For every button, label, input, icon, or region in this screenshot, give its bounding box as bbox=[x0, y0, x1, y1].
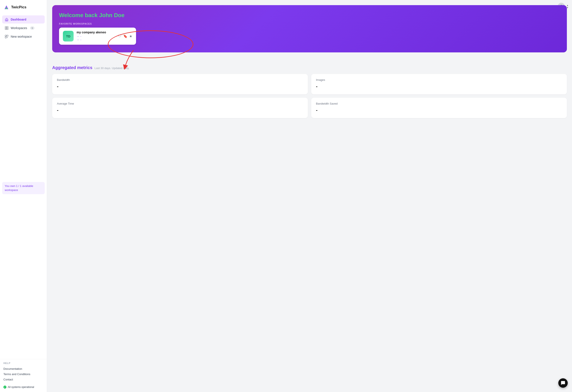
workspace-row-2: → - bbox=[77, 38, 115, 41]
systems-status: All systems operational bbox=[3, 386, 43, 389]
main-content: ▲ ▼ Welcome back John Doe FAVORITE WORKS… bbox=[47, 0, 572, 392]
workspace-notice: You own 1 / 1 available workspace bbox=[2, 182, 45, 194]
sidebar-link-contact[interactable]: Contact bbox=[3, 377, 43, 382]
metric-label-bandwidth-saved: Bandwidth Saved bbox=[316, 102, 562, 105]
sidebar-item-new-workspace[interactable]: New workspace bbox=[2, 32, 45, 41]
svg-rect-8 bbox=[7, 35, 8, 36]
metric-label-bandwidth: Bandwidth bbox=[57, 78, 303, 81]
welcome-prefix: Welcome back bbox=[59, 12, 99, 18]
metric-card-images: Images - bbox=[311, 74, 567, 94]
metric-card-bandwidth: Bandwidth - bbox=[52, 74, 308, 94]
arrow-icon-2: → bbox=[77, 38, 79, 41]
sidebar-item-workspaces-label: Workspaces bbox=[11, 26, 27, 30]
metrics-grid: Bandwidth - Images - Average Time - Band… bbox=[52, 74, 567, 118]
twicpics-logo-icon bbox=[3, 4, 9, 10]
workspace-row-1: → - bbox=[77, 35, 115, 38]
arrow-icon-1: → bbox=[77, 35, 79, 38]
metric-label-average-time: Average Time bbox=[57, 102, 303, 105]
shield-icon[interactable]: 🛡 bbox=[118, 34, 122, 38]
svg-rect-7 bbox=[5, 35, 6, 36]
sidebar: TwicPics Dashboard Workspaces 1 bbox=[0, 0, 47, 392]
chat-support-button[interactable] bbox=[558, 378, 568, 388]
svg-rect-9 bbox=[5, 37, 6, 38]
home-icon bbox=[5, 17, 9, 21]
sidebar-link-documentation[interactable]: Documentation bbox=[3, 366, 43, 372]
metrics-header: Aggregated metrics Last 30 days. Updated… bbox=[52, 65, 567, 70]
metric-value-images: - bbox=[316, 84, 562, 89]
logo-area: TwicPics bbox=[0, 0, 47, 14]
sidebar-bottom: HELP Documentation Terms and Conditions … bbox=[0, 359, 47, 392]
workspace-name: my company akeneo bbox=[77, 31, 115, 34]
star-icon[interactable]: ★ bbox=[129, 34, 132, 38]
svg-rect-4 bbox=[7, 27, 8, 28]
metrics-section: Aggregated metrics Last 30 days. Updated… bbox=[52, 65, 567, 118]
sidebar-item-dashboard-label: Dashboard bbox=[11, 18, 26, 21]
sidebar-link-terms[interactable]: Terms and Conditions bbox=[3, 372, 43, 377]
app-name: TwicPics bbox=[11, 5, 27, 9]
svg-rect-6 bbox=[7, 28, 8, 30]
workspace-info: my company akeneo → - → - bbox=[77, 31, 115, 42]
bookmark-icon[interactable]: 🔖 bbox=[123, 34, 127, 38]
svg-rect-3 bbox=[5, 27, 6, 28]
sidebar-item-workspaces[interactable]: Workspaces 1 bbox=[2, 24, 45, 32]
status-dot-icon bbox=[3, 386, 6, 389]
metrics-title: Aggregated metrics bbox=[52, 65, 92, 70]
metric-card-average-time: Average Time - bbox=[52, 98, 308, 118]
metrics-subtitle: Last 30 days. Updated daily. bbox=[95, 66, 129, 70]
chat-icon bbox=[561, 381, 565, 385]
svg-rect-2 bbox=[6, 20, 7, 21]
svg-rect-5 bbox=[5, 28, 6, 30]
help-label: HELP bbox=[3, 362, 43, 364]
metric-label-images: Images bbox=[316, 78, 562, 81]
hero-banner: Welcome back John Doe FAVORITE WORKSPACE… bbox=[52, 5, 567, 52]
new-workspace-icon bbox=[5, 35, 9, 38]
sidebar-item-new-workspace-label: New workspace bbox=[11, 35, 32, 38]
sidebar-item-dashboard[interactable]: Dashboard bbox=[2, 16, 45, 24]
workspaces-icon bbox=[5, 26, 9, 30]
metric-value-bandwidth-saved: - bbox=[316, 107, 562, 113]
hero-title: Welcome back John Doe bbox=[59, 12, 560, 19]
user-name: John Doe bbox=[99, 12, 124, 18]
metric-value-bandwidth: - bbox=[57, 84, 303, 89]
workspace-card[interactable]: TD my company akeneo → - → - 🛡 🔖 ★ bbox=[59, 28, 136, 45]
metric-value-average-time: - bbox=[57, 107, 303, 113]
metric-card-bandwidth-saved: Bandwidth Saved - bbox=[311, 98, 567, 118]
workspaces-badge: 1 bbox=[30, 27, 34, 30]
main-nav: Dashboard Workspaces 1 New workspace bbox=[0, 14, 47, 180]
workspace-action-icons: 🛡 🔖 ★ bbox=[118, 34, 132, 38]
systems-status-label: All systems operational bbox=[8, 386, 34, 389]
workspace-avatar: TD bbox=[63, 31, 74, 42]
favorite-workspaces-label: FAVORITE WORKSPACES bbox=[59, 22, 560, 25]
